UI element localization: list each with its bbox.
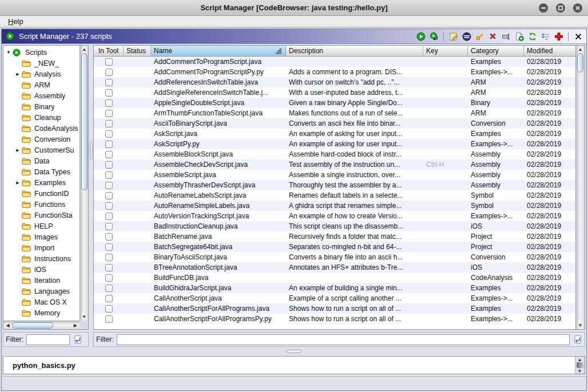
new-script-icon[interactable] [514, 31, 524, 41]
in-tool-checkbox[interactable] [105, 69, 113, 76]
in-tool-checkbox[interactable] [105, 243, 113, 251]
table-row[interactable]: AutoRenameLabelsScript.java Renames defa… [94, 190, 575, 201]
table-row[interactable]: AddCommentToProgramScriptPy.py Adds a co… [94, 67, 575, 77]
table-row[interactable]: AddReferencesInSwitchTable.java With cur… [94, 77, 575, 87]
in-tool-checkbox[interactable] [105, 110, 113, 117]
table-row[interactable]: AssembleScript.java Assemble a single in… [94, 170, 575, 180]
table-row[interactable]: AddCommentToProgramScript.java Examples … [94, 57, 575, 67]
table-row[interactable]: BTreeAnnotationScript.java Annotates an … [94, 262, 575, 273]
table-row[interactable]: CallAnotherScript.java Example of a scri… [94, 293, 575, 303]
table-row[interactable]: BatchRename.java Recursively finds a fol… [94, 231, 575, 242]
table-row[interactable]: ArmThumbFunctionTableScript.java Makes f… [94, 108, 575, 118]
in-tool-checkbox[interactable] [105, 192, 113, 199]
tree-item[interactable]: Mac OS X [3, 297, 80, 307]
tree-item[interactable]: Images [3, 231, 80, 242]
table-row[interactable]: AddSingleReferenceInSwitchTable.j... Wit… [94, 87, 575, 98]
in-tool-checkbox[interactable] [105, 305, 113, 313]
scroll-left-icon[interactable]: ◀ [3, 322, 12, 329]
eclipse-icon[interactable] [462, 31, 471, 41]
rename-script-icon[interactable] [501, 31, 511, 41]
close-button[interactable] [573, 3, 582, 13]
table-row[interactable]: BatchSegregate64bit.java Separates co-mi… [94, 242, 575, 252]
column-header-description[interactable]: Description [286, 46, 423, 57]
run-last-script-icon[interactable] [429, 31, 439, 41]
in-tool-checkbox[interactable] [105, 99, 113, 107]
column-header-in-tool[interactable]: In Tool [94, 46, 124, 57]
tree-item[interactable]: ▶ CustomerSu [3, 145, 80, 155]
preview-scroll-thumb[interactable] [577, 362, 583, 368]
in-tool-checkbox[interactable] [105, 254, 113, 261]
table-row[interactable]: AssembleBlockScript.java Assemble hard-c… [94, 149, 575, 159]
tree-item[interactable]: Languages [3, 286, 80, 297]
tree-item[interactable]: Data [3, 155, 80, 166]
edit-script-icon[interactable] [448, 31, 458, 41]
table-vscroll-thumb[interactable] [577, 53, 583, 73]
delete-script-icon[interactable] [488, 31, 498, 41]
table-row[interactable]: CallAnotherScriptForAllProgramsPy.py Sho… [94, 314, 575, 324]
tree-item[interactable]: Import [3, 242, 80, 253]
scroll-right-icon[interactable]: ▶ [71, 322, 80, 329]
maximize-button[interactable] [556, 3, 565, 13]
scroll-up-icon[interactable]: ▲ [576, 46, 585, 53]
table-row[interactable]: AutoRenameSimpleLabels.java A ghidra scr… [94, 201, 575, 211]
tree-item[interactable]: FunctionID [3, 188, 80, 199]
tree-item[interactable]: Instructions [3, 253, 80, 264]
tree-item[interactable]: Memory [3, 307, 80, 318]
minimize-button[interactable] [539, 3, 548, 13]
tree-item[interactable]: FunctionSta [3, 210, 80, 221]
splitter-grip[interactable] [287, 350, 301, 353]
in-tool-checkbox[interactable] [105, 264, 113, 271]
tree-item[interactable]: iOS [3, 264, 80, 275]
scroll-up-icon[interactable]: ▲ [575, 357, 584, 362]
table-row[interactable]: AskScript.java An example of asking for … [94, 129, 575, 139]
column-header-status[interactable]: Status [124, 46, 151, 57]
splitter-grip[interactable] [90, 141, 93, 159]
tree-vscroll-thumb[interactable] [81, 53, 88, 190]
tree-item[interactable]: Iteration [3, 275, 80, 286]
tree-item[interactable]: ▶ Examples [3, 177, 80, 188]
preview-scrollbar[interactable]: ▲ ▼ [575, 357, 585, 374]
ghidra-api-help-icon[interactable] [554, 31, 563, 41]
in-tool-checkbox[interactable] [105, 89, 113, 97]
filter-options-icon[interactable] [573, 335, 582, 345]
refresh-script-list-icon[interactable] [527, 31, 537, 41]
menu-help[interactable]: Help [6, 17, 26, 26]
tree-root[interactable]: ▼ Scripts [3, 47, 80, 58]
tree-item[interactable]: _NEW_ [3, 58, 80, 69]
table-row[interactable]: BinaryToAsciiScript.java Converts a bina… [94, 252, 575, 262]
tree-expander-icon[interactable]: ▶ [14, 148, 22, 153]
in-tool-checkbox[interactable] [105, 120, 113, 127]
table-row[interactable]: AskScriptPy.py An example of asking for … [94, 139, 575, 149]
column-header-key[interactable]: Key [423, 46, 468, 57]
in-tool-checkbox[interactable] [105, 202, 113, 210]
column-header-name[interactable]: Name [151, 46, 286, 57]
tree-expander-icon[interactable]: ▶ [14, 72, 22, 77]
tree-item[interactable]: Binary [3, 101, 80, 112]
tree-root-expander-icon[interactable]: ▼ [5, 50, 13, 55]
preview-splitter[interactable] [2, 347, 586, 356]
tree-vertical-scrollbar[interactable]: ▲ ▼ [80, 46, 88, 321]
tree-item[interactable]: Data Types [3, 166, 80, 177]
in-tool-checkbox[interactable] [105, 233, 113, 241]
table-vertical-scrollbar[interactable]: ▲ ▼ [575, 46, 585, 329]
tree-expander-icon[interactable]: ▶ [14, 181, 22, 185]
filter-options-icon[interactable] [73, 335, 82, 345]
tree-item[interactable]: ▶ Analysis [3, 69, 80, 79]
tree-item[interactable]: Functions [3, 199, 80, 210]
table-row[interactable]: CallAnotherScriptForAllPrograms.java Sho… [94, 303, 575, 314]
table-row[interactable]: AssembleCheckDevScript.java Test assembl… [94, 159, 575, 170]
table-row[interactable]: AssemblyThrasherDevScript.java Thoroughl… [94, 180, 575, 190]
in-tool-checkbox[interactable] [105, 223, 113, 230]
table-row[interactable]: AppleSingleDoubleScript.java Given a raw… [94, 98, 575, 108]
table-row[interactable]: BadInstructionCleanup.java This script c… [94, 221, 575, 231]
in-tool-checkbox[interactable] [105, 285, 113, 292]
in-tool-checkbox[interactable] [105, 295, 113, 302]
in-tool-checkbox[interactable] [105, 274, 113, 282]
in-tool-checkbox[interactable] [105, 130, 113, 138]
in-tool-checkbox[interactable] [105, 171, 113, 179]
scroll-down-icon[interactable]: ▼ [575, 368, 584, 374]
in-tool-checkbox[interactable] [105, 141, 113, 148]
tree-filter-input[interactable] [26, 334, 70, 345]
key-binding-icon[interactable] [475, 31, 484, 41]
table-row[interactable]: AsciiToBinaryScript.java Converts an asc… [94, 118, 575, 129]
